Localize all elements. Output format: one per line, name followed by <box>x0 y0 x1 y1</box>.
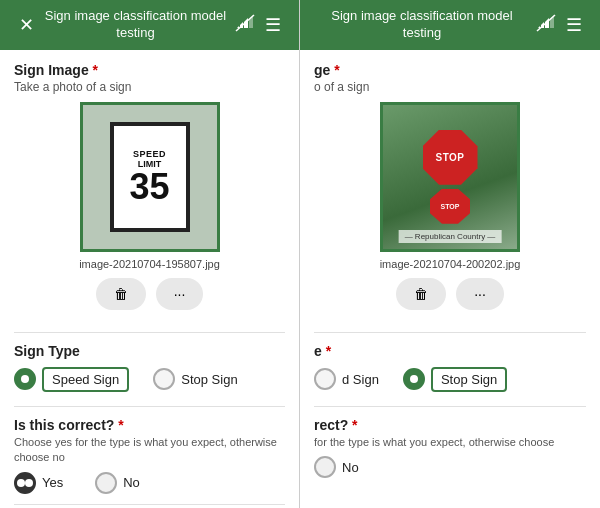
sign-image-desc-right: o of a sign <box>314 80 586 94</box>
image-preview-left[interactable]: SPEED LIMIT 35 <box>80 102 220 252</box>
close-icon[interactable]: ✕ <box>12 14 40 36</box>
right-menu-icon[interactable]: ☰ <box>560 14 588 36</box>
no-label-right: No <box>342 460 359 475</box>
image-container-right: STOP STOP — Republican Country — image-2… <box>314 102 586 324</box>
sign-image-desc: Take a photo of a sign <box>14 80 285 94</box>
speed-limit-bg: SPEED LIMIT 35 <box>83 105 217 249</box>
stop-sign-label-right: Stop Sign <box>431 367 507 392</box>
stop-sign-option-right[interactable]: Stop Sign <box>403 367 507 392</box>
no-option-right[interactable]: No <box>314 456 359 478</box>
correct-desc-right: for the type is what you expect, otherwi… <box>314 435 586 450</box>
speed-sign-option-left[interactable]: Speed Sign <box>14 367 129 392</box>
no-radio-left[interactable] <box>95 472 117 494</box>
image-preview-right[interactable]: STOP STOP — Republican Country — <box>380 102 520 252</box>
yes-label-left: Yes <box>42 475 63 490</box>
speed-limit-sign: SPEED LIMIT 35 <box>110 122 190 232</box>
delete-button-left[interactable]: 🗑 <box>96 278 146 310</box>
sign-image-label: Sign Image * <box>14 62 285 78</box>
delete-button-right[interactable]: 🗑 <box>396 278 446 310</box>
sign-type-radio-group-left: Speed Sign Stop Sign <box>14 367 285 392</box>
left-header: ✕ Sign image classification model testin… <box>0 0 299 50</box>
correct-section-left: Is this correct? * Choose yes for the ty… <box>14 417 285 494</box>
no-option-left[interactable]: No <box>95 472 140 494</box>
right-divider-1 <box>314 332 586 333</box>
correct-desc-left: Choose yes for the type is what you expe… <box>14 435 285 466</box>
divider-1 <box>14 332 285 333</box>
right-divider-2 <box>314 406 586 407</box>
right-content: ge * o of a sign STOP STOP — Republican … <box>300 50 600 508</box>
stop-sign-option-left[interactable]: Stop Sign <box>153 367 237 392</box>
image-filename-right: image-20210704-200202.jpg <box>380 258 521 270</box>
signal-icon <box>231 14 259 35</box>
yes-no-group-right: No <box>314 456 586 478</box>
speed-sign-option-right[interactable]: d Sign <box>314 367 379 392</box>
image-container-left: SPEED LIMIT 35 image-20210704-195807.jpg… <box>14 102 285 324</box>
sign-type-label-right: e * <box>314 343 586 359</box>
yes-option-left[interactable]: Yes <box>14 472 63 494</box>
speed-sign-label-right: d Sign <box>342 372 379 387</box>
left-content: Sign Image * Take a photo of a sign SPEE… <box>0 50 299 508</box>
image-filename-left: image-20210704-195807.jpg <box>79 258 220 270</box>
right-header: Sign image classification model testing … <box>300 0 600 50</box>
yes-no-group-left: Yes No <box>14 472 285 494</box>
sign-type-radio-group-right: d Sign Stop Sign <box>314 367 586 392</box>
right-panel: Sign image classification model testing … <box>300 0 600 508</box>
stop-sign-main: STOP <box>423 130 478 185</box>
stop-sign-label-left: Stop Sign <box>181 372 237 387</box>
speed-sign-radio-left[interactable] <box>14 368 36 390</box>
image-actions-right: 🗑 ··· <box>396 278 504 310</box>
no-radio-right[interactable] <box>314 456 336 478</box>
speed-sign-label-left: Speed Sign <box>42 367 129 392</box>
more-button-left[interactable]: ··· <box>156 278 204 310</box>
sign-image-label-right: ge * <box>314 62 586 78</box>
more-button-right[interactable]: ··· <box>456 278 504 310</box>
divider-2 <box>14 406 285 407</box>
correct-section-right: rect? * for the type is what you expect,… <box>314 417 586 478</box>
divider-3 <box>14 504 285 505</box>
stop-sign-radio-right[interactable] <box>403 368 425 390</box>
stop-sign-caption: — Republican Country — <box>399 230 502 243</box>
stop-image-bg: STOP STOP — Republican Country — <box>383 105 517 249</box>
right-signal-icon <box>532 14 560 35</box>
left-panel: ✕ Sign image classification model testin… <box>0 0 300 508</box>
correct-label-right: rect? * <box>314 417 586 433</box>
correct-label-left: Is this correct? * <box>14 417 285 433</box>
right-header-title: Sign image classification model testing <box>312 8 532 42</box>
yes-radio-left[interactable] <box>14 472 36 494</box>
speed-sign-radio-right[interactable] <box>314 368 336 390</box>
no-label-left: No <box>123 475 140 490</box>
image-actions-left: 🗑 ··· <box>96 278 204 310</box>
left-header-title: Sign image classification model testing <box>40 8 231 42</box>
menu-icon[interactable]: ☰ <box>259 14 287 36</box>
stop-sign-secondary: STOP <box>430 189 470 224</box>
stop-sign-radio-left[interactable] <box>153 368 175 390</box>
sign-type-label-left: Sign Type <box>14 343 285 359</box>
stop-signs-group: STOP STOP <box>423 130 478 224</box>
